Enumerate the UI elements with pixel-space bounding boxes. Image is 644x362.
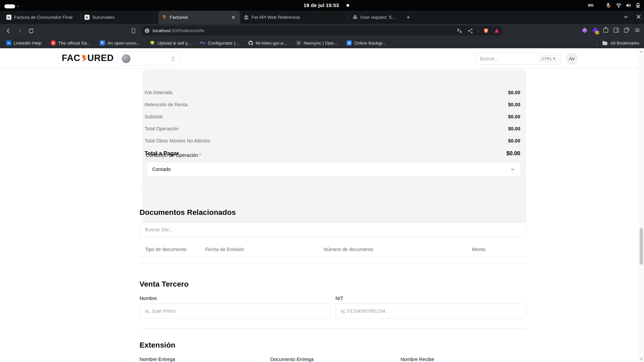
marketplace-icon	[150, 40, 155, 46]
system-top-bar: 19 de jul 15:53 en	[0, 0, 644, 11]
column-tipo-documento: Tipo de documento	[145, 247, 186, 252]
tab-factura-consumidor[interactable]: N Factura de Consumidor Final	[3, 11, 80, 24]
user-avatar[interactable]: AV	[566, 53, 578, 65]
site-info-icon[interactable]	[144, 28, 150, 34]
microphone-muted-icon[interactable]	[605, 2, 611, 8]
total-row-retencion-renta: Retención de Renta$0.00	[145, 101, 520, 108]
tab-search-chevron-icon[interactable]	[623, 13, 629, 20]
blue-p-icon: P	[100, 40, 105, 46]
nit-input[interactable]	[335, 304, 526, 318]
notion-icon: N	[6, 15, 11, 20]
brave-shield-icon[interactable]	[483, 28, 489, 34]
window-close-icon[interactable]	[635, 13, 642, 20]
blue-stripes-icon	[346, 40, 352, 46]
page-content: FACURED Buscar... CTRL K AV IVA Retenido…	[0, 48, 644, 362]
forward-icon[interactable]	[15, 26, 24, 35]
factured-flag-icon	[162, 15, 167, 20]
address-bar[interactable]: localhost:5005/dte/emit/fe	[141, 26, 503, 36]
tab-fel-api[interactable]: Fel API Web Referencia	[240, 11, 348, 24]
openai-icon	[352, 15, 358, 20]
total-row-otros-montos: Total Otros Montos No Afectos$0.00	[145, 137, 520, 144]
bookmark-linkedin[interactable]: in LinkedIn Help	[6, 40, 42, 46]
wifi-icon[interactable]	[615, 2, 622, 8]
clock[interactable]: 19 de jul 15:53	[304, 2, 339, 8]
bookmark-neosync[interactable]: N Neosync | Ope...	[296, 40, 337, 46]
documentos-relacionados-title: Documentos Relacionados	[140, 208, 236, 217]
nit-label: NIT	[335, 296, 343, 301]
github-icon	[248, 40, 253, 46]
branch-selector[interactable]	[117, 51, 180, 66]
share-icon[interactable]	[467, 28, 473, 34]
factured-logo[interactable]: FACURED	[62, 53, 114, 63]
svg-text:13: 13	[596, 31, 598, 34]
global-search-input[interactable]: Buscar... CTRL K	[476, 52, 561, 65]
table-header-border	[140, 257, 526, 257]
url-text: localhost:5005/dte/emit/fe	[153, 28, 204, 33]
column-fecha-emision: Fecha de Emisión	[205, 247, 244, 252]
bookmark-configurator[interactable]: Configurator |...	[200, 40, 239, 46]
bookmark-official-sa[interactable]: S The official Sa...	[51, 40, 91, 46]
tab-user-request[interactable]: User request: Summarize con	[349, 11, 402, 24]
all-bookmarks-button[interactable]: All Bookmarks	[597, 38, 639, 48]
bookmarks-bar: in LinkedIn Help S The official Sa... P …	[0, 38, 644, 48]
wallet-icon[interactable]	[581, 27, 588, 34]
folder-icon	[602, 41, 608, 46]
chevron-up-down-icon	[171, 56, 175, 62]
close-tab-icon[interactable]: ✕	[230, 14, 237, 20]
scrollbar-thumb[interactable]	[640, 228, 643, 265]
nombre-input[interactable]	[140, 304, 330, 318]
section-divider	[140, 190, 526, 190]
browser-toolbar: localhost:5005/dte/emit/fe	[0, 24, 644, 38]
purple-wave-icon	[200, 40, 205, 46]
notion-icon: N	[84, 15, 90, 20]
page-scrollbar[interactable]: ▲ ▼	[639, 48, 644, 362]
section-divider	[140, 328, 526, 329]
total-row-subtotal: Subtotal$0.00	[145, 113, 520, 120]
documento-entrega-label: Documento Entrega	[270, 357, 314, 362]
venta-tercero-title: Venta Tercero	[140, 280, 189, 289]
required-asterisk: *	[199, 153, 201, 158]
recording-dot-icon	[346, 4, 349, 7]
column-monto: Monto	[472, 247, 485, 252]
split-view-icon[interactable]	[129, 26, 138, 35]
factured-flag-icon	[81, 54, 87, 63]
condicion-operacion-select[interactable]: Contado	[147, 162, 521, 177]
bookmark-open-source[interactable]: P An open-sourc...	[100, 40, 141, 46]
brave-rewards-icon[interactable]	[494, 28, 500, 34]
tab-factured-active[interactable]: Factured ✕	[158, 11, 240, 24]
workspace-dot-icon	[17, 6, 19, 7]
reading-list-icon[interactable]	[623, 27, 630, 34]
new-tab-button[interactable]: +	[404, 13, 412, 21]
workspace-pill[interactable]	[4, 4, 15, 8]
condicion-operacion-label: Condición de Operación*	[146, 153, 201, 158]
reload-icon[interactable]	[26, 26, 35, 35]
scroll-up-icon[interactable]: ▲	[639, 49, 644, 54]
section-divider	[140, 263, 526, 263]
app-header: FACURED Buscar... CTRL K AV	[0, 48, 639, 68]
scroll-down-icon[interactable]: ▼	[639, 357, 644, 361]
keyboard-layout-indicator[interactable]: en	[588, 2, 593, 8]
tab-sucursales[interactable]: N Sucursales	[81, 11, 158, 24]
buscar-dte-input[interactable]	[140, 222, 526, 237]
bookmark-fel-lotes-go[interactable]: fel-lotes-go/.e...	[248, 40, 287, 46]
gray-n-icon: N	[296, 40, 301, 46]
red-s-icon: S	[51, 40, 56, 46]
translate-icon[interactable]	[457, 28, 463, 34]
volume-icon[interactable]	[625, 2, 632, 8]
nombre-entrega-label: Nombre Entrega	[140, 357, 175, 362]
linkedin-icon: in	[6, 40, 11, 46]
column-numero-documento: Número de documento	[324, 247, 373, 252]
menu-hamburger-icon[interactable]	[634, 27, 641, 34]
screen: 19 de jul 15:53 en N Factura de Consumid…	[0, 0, 644, 362]
sidebar-toggle-icon[interactable]	[613, 27, 620, 34]
back-icon[interactable]	[4, 26, 13, 35]
extensions-puzzle-icon[interactable]	[602, 27, 609, 34]
bookmark-upload-sell[interactable]: Upload & sell y...	[150, 40, 191, 46]
total-row-total-operacion: Total Operación$0.00	[145, 125, 520, 132]
profile-avatar-icon[interactable]: 13	[591, 27, 599, 35]
chevron-down-icon	[510, 167, 515, 172]
shortcut-badge: CTRL K	[539, 55, 558, 62]
bookmark-online-backgr[interactable]: Online Backgr...	[346, 40, 386, 46]
scalar-globe-icon	[244, 15, 249, 20]
battery-icon[interactable]	[635, 2, 641, 8]
